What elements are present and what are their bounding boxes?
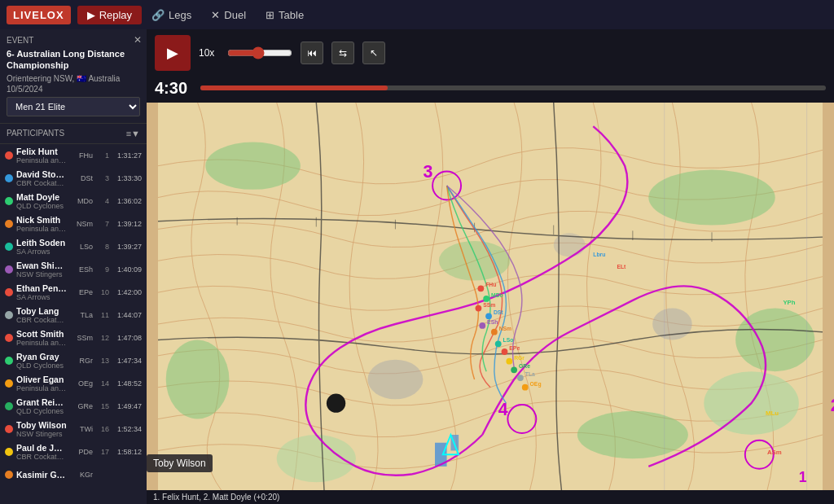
participant-item[interactable]: Ryan Gray QLD Cyclones RGr 13 1:47:34 xyxy=(0,349,147,372)
svg-text:GRe: GRe xyxy=(519,363,530,369)
participant-time: 1:36:02 xyxy=(112,197,142,205)
participant-info: Nick Smith Peninsula and ... xyxy=(16,215,67,233)
close-button[interactable]: ✕ xyxy=(134,34,142,46)
svg-point-32 xyxy=(483,296,489,302)
svg-text:ASm: ASm xyxy=(767,449,782,456)
participant-time: 1:44:07 xyxy=(112,311,142,319)
time-display: 4:30 xyxy=(155,79,195,98)
share-button[interactable]: ⇆ xyxy=(331,42,354,64)
replay-controls: ▶ 10x ⏮ ⇆ ↖ 4:30 xyxy=(147,29,834,103)
participant-time: 1:47:34 xyxy=(112,357,142,365)
play-icon: ▶ xyxy=(167,44,178,62)
participant-team: NSW Stingers xyxy=(16,270,67,278)
participant-name: David Stocks xyxy=(16,169,67,179)
participant-item[interactable]: Scott Smith Peninsula and ... SSm 12 1:4… xyxy=(0,327,147,349)
participant-item[interactable]: Kasimir Gregory KGr xyxy=(0,463,147,486)
svg-text:3: 3 xyxy=(423,162,432,182)
svg-point-50 xyxy=(517,375,524,381)
participant-abbr: NSm xyxy=(70,220,93,228)
speed-slider[interactable] xyxy=(227,46,292,59)
participant-info: Matt Doyle QLD Cyclones xyxy=(16,192,67,210)
nav-replay[interactable]: ▶ Replay xyxy=(77,6,142,24)
flag-icon: 🇦🇺 xyxy=(77,74,88,83)
participant-color xyxy=(5,357,13,365)
participant-abbr: FHu xyxy=(70,151,93,160)
svg-point-40 xyxy=(491,329,498,335)
participant-color xyxy=(5,402,13,410)
cursor-button[interactable]: ↖ xyxy=(362,42,385,64)
participant-rank: 3 xyxy=(96,174,109,182)
filter-icon[interactable]: ≡▼ xyxy=(126,129,140,138)
svg-text:4: 4 xyxy=(498,400,508,419)
participant-info: Felix Hunt Peninsula and ... xyxy=(16,147,67,164)
nav-table[interactable]: ⊞ Table xyxy=(256,6,314,24)
participant-abbr: ESh xyxy=(70,265,93,274)
participant-name: Ethan Penck xyxy=(16,283,67,293)
participant-team: SA Arrows xyxy=(16,293,67,301)
svg-point-34 xyxy=(476,305,482,312)
event-date: 10/5/2024 xyxy=(7,85,140,94)
svg-point-9 xyxy=(367,360,423,400)
svg-point-52 xyxy=(522,384,529,391)
participant-color xyxy=(5,197,13,205)
svg-text:MDo: MDo xyxy=(491,292,503,298)
participant-item[interactable]: Oliver Egan Peninsula and ... OEg 14 1:4… xyxy=(0,372,147,395)
category-select[interactable]: Men 21 Elite xyxy=(7,97,140,116)
participant-color xyxy=(5,471,13,479)
participant-team: CBR Cockatoos xyxy=(16,179,67,187)
participant-info: Ewan Shingler NSW Stingers xyxy=(16,261,67,278)
participant-item[interactable]: Matt Doyle QLD Cyclones MDo 4 1:36:02 xyxy=(0,190,147,213)
event-label: Event xyxy=(7,36,140,45)
participant-time: 1:47:08 xyxy=(112,334,142,342)
svg-text:DSt: DSt xyxy=(494,309,503,315)
participant-abbr: LSo xyxy=(70,243,93,251)
participant-abbr: EPe xyxy=(70,288,93,296)
participant-name: Nick Smith xyxy=(16,215,67,225)
participant-time: 1:42:00 xyxy=(112,288,142,296)
participant-rank: 4 xyxy=(96,197,109,205)
participant-abbr: OEg xyxy=(70,379,93,388)
bottom-participant-name: Toby Wilson xyxy=(147,454,213,472)
map-canvas[interactable]: 3 4 2 1 FHu MDo xyxy=(147,103,834,490)
svg-text:MLu: MLu xyxy=(766,410,779,417)
progress-bar-container[interactable] xyxy=(200,85,826,90)
participant-abbr: RGr xyxy=(70,357,93,365)
participant-item[interactable]: Paul de Jongh CBR Cockatoos PDe 17 1:58:… xyxy=(0,440,147,463)
participant-color xyxy=(5,243,13,251)
svg-point-30 xyxy=(477,285,484,291)
participant-abbr: PDe xyxy=(70,448,93,456)
svg-point-48 xyxy=(511,366,517,373)
status-bar: 1. Felix Hunt, 2. Matt Doyle (+0:20) xyxy=(147,490,834,504)
participant-item[interactable]: Ethan Penck SA Arrows EPe 10 1:42:00 xyxy=(0,281,147,304)
participant-abbr: GRe xyxy=(70,402,93,410)
skip-start-button[interactable]: ⏮ xyxy=(301,42,323,64)
participant-item[interactable]: Felix Hunt Peninsula and ... FHu 1 1:31:… xyxy=(0,144,147,167)
play-button[interactable]: ▶ xyxy=(155,35,191,71)
svg-text:ESh: ESh xyxy=(487,319,498,325)
participant-info: Ethan Penck SA Arrows xyxy=(16,283,67,301)
participant-item[interactable]: Nick Smith Peninsula and ... NSm 7 1:39:… xyxy=(0,213,147,235)
nav-duel[interactable]: ✕ Duel xyxy=(201,6,256,24)
participant-abbr: TWi xyxy=(70,425,93,433)
participant-name: Matt Doyle xyxy=(16,192,67,202)
participant-rank: 11 xyxy=(96,311,109,319)
svg-text:SSm: SSm xyxy=(483,302,495,308)
svg-text:2: 2 xyxy=(831,396,834,415)
participant-name: Felix Hunt xyxy=(16,147,67,156)
participant-item[interactable]: Leith Soden SA Arrows LSo 8 1:39:27 xyxy=(0,235,147,258)
participants-header: Participants ≡▼ xyxy=(0,124,147,144)
participant-item[interactable]: Toby Wilson NSW Stingers TWi 16 1:52:34 xyxy=(0,418,147,440)
participant-item[interactable]: Toby Lang CBR Cockatoos TLa 11 1:44:07 xyxy=(0,304,147,327)
progress-bar-fill xyxy=(200,85,388,90)
nav-legs[interactable]: 🔗 Legs xyxy=(142,6,201,24)
participant-team: QLD Cyclones xyxy=(16,407,67,415)
participant-team: CBR Cockatoos xyxy=(16,316,67,324)
participant-abbr: KGr xyxy=(70,471,93,479)
svg-point-4 xyxy=(577,411,688,458)
svg-point-44 xyxy=(502,348,508,355)
participant-item[interactable]: Ewan Shingler NSW Stingers ESh 9 1:40:09 xyxy=(0,258,147,281)
participant-item[interactable]: David Stocks CBR Cockatoos DSt 3 1:33:30 xyxy=(0,167,147,190)
participant-color xyxy=(5,334,13,342)
participant-item[interactable]: Grant Reinbott QLD Cyclones GRe 15 1:49:… xyxy=(0,395,147,418)
participant-color xyxy=(5,448,13,456)
